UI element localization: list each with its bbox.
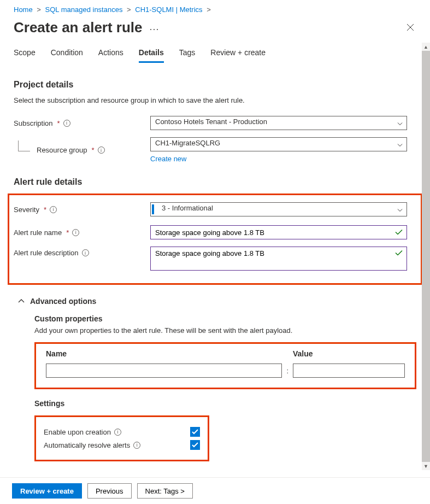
breadcrumb-metrics[interactable]: CH1-SQLMI | Metrics [135, 5, 202, 14]
chevron-right-icon: > [207, 5, 211, 14]
tab-bar: Scope Condition Actions Details Tags Rev… [14, 46, 416, 63]
property-name-input[interactable] [46, 364, 282, 378]
advanced-options-label: Advanced options [30, 297, 96, 306]
tab-scope[interactable]: Scope [14, 46, 36, 63]
tab-review[interactable]: Review + create [210, 46, 266, 63]
auto-resolve-checkbox[interactable] [190, 440, 200, 450]
highlight-settings: Enable upon creation i Automatically res… [34, 415, 209, 461]
alert-rule-details-heading: Alert rule details [14, 177, 416, 187]
colon-separator: : [286, 367, 288, 375]
footer-bar: Review + create Previous Next: Tags > [0, 477, 430, 504]
info-icon[interactable]: i [82, 249, 89, 256]
chevron-right-icon: > [37, 5, 41, 14]
check-icon [395, 228, 403, 237]
check-icon [192, 429, 198, 435]
required-icon: * [44, 206, 46, 214]
page-title: Create an alert rule [14, 19, 143, 36]
subscription-select[interactable]: Contoso Hotels Tenant - Production [150, 116, 407, 130]
property-value-input[interactable] [293, 364, 405, 378]
settings-heading: Settings [34, 399, 416, 408]
enable-upon-creation-checkbox[interactable] [190, 427, 200, 437]
resource-group-label: Resource group [37, 146, 87, 154]
col-name-header: Name [46, 349, 293, 358]
check-icon [395, 249, 403, 257]
review-create-button[interactable]: Review + create [12, 483, 82, 499]
auto-resolve-label: Automatically resolve alerts [44, 441, 130, 449]
next-button[interactable]: Next: Tags > [137, 483, 193, 499]
scroll-down-icon: ▼ [422, 462, 430, 470]
required-icon: * [57, 119, 60, 127]
custom-properties-heading: Custom properties [34, 314, 416, 323]
tab-details[interactable]: Details [139, 46, 164, 63]
highlight-properties: Name Value : [34, 342, 416, 389]
required-icon: * [92, 146, 95, 154]
check-icon [192, 442, 198, 448]
chevron-up-icon [18, 299, 25, 303]
alert-desc-input[interactable] [150, 247, 407, 271]
info-icon[interactable]: i [72, 229, 79, 236]
severity-bar-icon [152, 204, 154, 214]
scrollbar[interactable]: ▲ ▼ [422, 43, 430, 470]
tree-line-icon [18, 140, 30, 151]
project-details-subtext: Select the subscription and resource gro… [14, 96, 416, 104]
info-icon[interactable]: i [133, 442, 140, 449]
info-icon[interactable]: i [114, 429, 121, 436]
highlight-details: Severity * i 3 - Informational Alert rul… [8, 194, 422, 285]
more-actions-button[interactable]: ⋯ [149, 23, 159, 35]
advanced-options-toggle[interactable]: Advanced options [18, 297, 416, 306]
severity-select[interactable]: 3 - Informational [150, 202, 407, 216]
create-new-link[interactable]: Create new [150, 155, 186, 163]
info-icon[interactable]: i [63, 120, 70, 127]
project-details-heading: Project details [14, 80, 416, 90]
info-icon[interactable]: i [50, 206, 57, 213]
close-button[interactable] [404, 19, 416, 36]
col-value-header: Value [293, 349, 405, 358]
scroll-up-icon: ▲ [422, 43, 430, 51]
scrollbar-thumb[interactable] [422, 51, 430, 462]
resource-group-value: CH1-MigrateSQLRG [155, 139, 220, 147]
breadcrumb-home[interactable]: Home [14, 5, 33, 14]
subscription-value: Contoso Hotels Tenant - Production [155, 118, 267, 126]
chevron-right-icon: > [127, 5, 131, 14]
subscription-label: Subscription [14, 119, 53, 127]
required-icon: * [66, 228, 69, 237]
info-icon[interactable]: i [98, 146, 105, 154]
alert-name-label: Alert rule name [14, 228, 62, 237]
close-icon [407, 24, 414, 31]
tab-tags[interactable]: Tags [179, 46, 196, 63]
severity-value: 3 - Informational [155, 204, 213, 212]
breadcrumb: Home > SQL managed instances > CH1-SQLMI… [14, 5, 416, 14]
previous-button[interactable]: Previous [87, 483, 132, 499]
alert-desc-label: Alert rule description [14, 249, 79, 257]
severity-label: Severity [14, 206, 39, 214]
tab-actions[interactable]: Actions [98, 46, 123, 63]
resource-group-select[interactable]: CH1-MigrateSQLRG [150, 137, 407, 151]
breadcrumb-sql-mi[interactable]: SQL managed instances [45, 5, 123, 14]
tab-condition[interactable]: Condition [51, 46, 83, 63]
enable-upon-creation-label: Enable upon creation [44, 428, 111, 436]
custom-properties-subtext: Add your own properties to the alert rul… [34, 326, 416, 335]
alert-name-input[interactable] [150, 225, 407, 239]
